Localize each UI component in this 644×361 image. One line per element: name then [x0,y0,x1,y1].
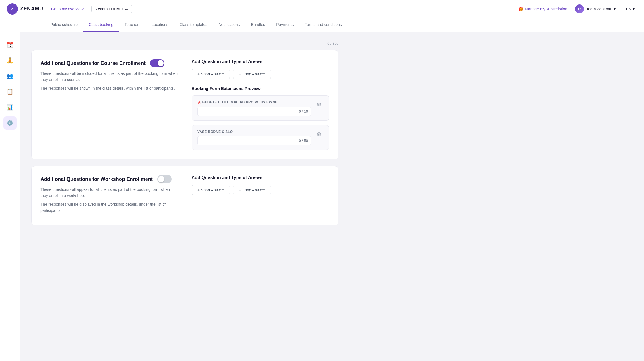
course-add-question-btns: + Short Answer + Long Answer [192,69,329,79]
counter-row: 0 / 300 [31,41,338,46]
counter-value: 0 / 300 [327,41,338,46]
nav-tabs: Public schedule Class booking Teachers L… [0,18,644,32]
delete-question-1-btn[interactable] [314,100,323,109]
sidebar-item-team[interactable]: 👥 [3,69,17,83]
more-icon: ··· [125,7,128,11]
tab-class-templates[interactable]: Class templates [174,18,213,32]
course-enrollment-section: Additional Questions for Course Enrollme… [31,50,338,159]
reports-icon: 📋 [6,88,13,95]
workshop-add-question-title: Add Question and Type of Answer [192,175,329,180]
sidebar-item-clients[interactable]: 🧘 [3,54,17,67]
course-toggle-track [150,59,164,67]
workshop-toggle-thumb [158,176,164,182]
sidebar-item-reports[interactable]: 📋 [3,85,17,98]
question-card-2: VASE RODNE CISLO 0 / 50 [192,125,329,150]
course-section-desc: These questions will be included for all… [40,70,178,91]
layout: 📅 🧘 👥 📋 📊 ⚙️ 0 / 300 [0,32,644,361]
main-content: 0 / 300 Additional Questions for Course … [20,32,644,361]
course-preview-title: Booking Form Extensions Preview [192,86,329,91]
sidebar: 📅 🧘 👥 📋 📊 ⚙️ [0,32,20,361]
team-avatar: TZ [575,4,584,13]
sidebar-item-settings[interactable]: ⚙️ [3,116,17,130]
logo-text: ZENAMU [20,6,43,12]
course-long-answer-btn[interactable]: + Long Answer [233,69,271,79]
settings-icon: ⚙️ [6,120,13,126]
tab-payments[interactable]: Payments [271,18,299,32]
analytics-icon: 📊 [6,104,13,111]
question-card-1: ★ BUDETE CHTIT DOKLAD PRO POJISTOVNU 0 /… [192,95,329,121]
tab-class-booking[interactable]: Class booking [83,18,119,32]
content-area: 0 / 300 Additional Questions for Course … [20,32,383,241]
required-star-1: ★ [197,100,201,104]
tab-teachers[interactable]: Teachers [119,18,146,32]
workshop-short-answer-btn[interactable]: + Short Answer [192,185,230,195]
chevron-down-icon: ▾ [633,7,635,11]
topbar: Z ZENAMU Go to my overview Zenamu DEMO ·… [0,0,644,18]
subscription-link[interactable]: 🎁 Manage my subscription [518,7,567,11]
question-inner-1: ★ BUDETE CHTIT DOKLAD PRO POJISTOVNU 0 /… [197,100,311,116]
course-section-title: Additional Questions for Course Enrollme… [40,59,178,67]
team-icon: 👥 [6,73,13,79]
course-short-answer-btn[interactable]: + Short Answer [192,69,230,79]
course-section-row: Additional Questions for Course Enrollme… [40,59,329,150]
overview-link[interactable]: Go to my overview [48,5,87,13]
question-label-2: VASE RODNE CISLO [197,130,311,134]
workshop-section-row: Additional Questions for Workshop Enroll… [40,175,329,216]
gift-icon: 🎁 [518,7,523,11]
delete-question-2-btn[interactable] [314,130,323,139]
logo-icon: Z [7,3,18,15]
workshop-section-left: Additional Questions for Workshop Enroll… [40,175,178,216]
workshop-section-desc: These questions will appear for all clie… [40,186,178,214]
workshop-section-title: Additional Questions for Workshop Enroll… [40,175,178,183]
course-add-question-title: Add Question and Type of Answer [192,59,329,64]
course-section-left: Additional Questions for Course Enrollme… [40,59,178,150]
team-button[interactable]: TZ Team Zenamu ▾ [572,3,619,15]
workshop-add-question-btns: + Short Answer + Long Answer [192,185,329,195]
tab-bundles[interactable]: Bundles [245,18,271,32]
chevron-down-icon: ▾ [614,7,616,11]
course-toggle[interactable] [150,59,164,67]
tab-notifications[interactable]: Notifications [213,18,245,32]
workshop-long-answer-btn[interactable]: + Long Answer [233,185,271,195]
question-label-1: ★ BUDETE CHTIT DOKLAD PRO POJISTOVNU [197,100,311,104]
tab-terms-conditions[interactable]: Terms and conditions [299,18,347,32]
course-preview-questions: ★ BUDETE CHTIT DOKLAD PRO POJISTOVNU 0 /… [192,95,329,150]
workshop-enrollment-section: Additional Questions for Workshop Enroll… [31,166,338,225]
sidebar-item-calendar[interactable]: 📅 [3,38,17,51]
course-section-right: Add Question and Type of Answer + Short … [192,59,329,150]
tab-public-schedule[interactable]: Public schedule [45,18,83,32]
clients-icon: 🧘 [6,57,13,64]
question-inner-2: VASE RODNE CISLO 0 / 50 [197,130,311,145]
workshop-toggle[interactable] [157,175,172,183]
sidebar-item-analytics[interactable]: 📊 [3,101,17,114]
question-input-2: 0 / 50 [197,136,311,145]
workshop-toggle-track [157,175,172,183]
tab-locations[interactable]: Locations [146,18,174,32]
demo-button[interactable]: Zenamu DEMO ··· [91,5,132,13]
workshop-section-right: Add Question and Type of Answer + Short … [192,175,329,216]
language-button[interactable]: EN ▾ [623,5,637,13]
question-input-1: 0 / 50 [197,107,311,116]
calendar-icon: 📅 [6,41,13,48]
course-toggle-thumb [158,60,164,66]
logo[interactable]: Z ZENAMU [7,3,43,15]
